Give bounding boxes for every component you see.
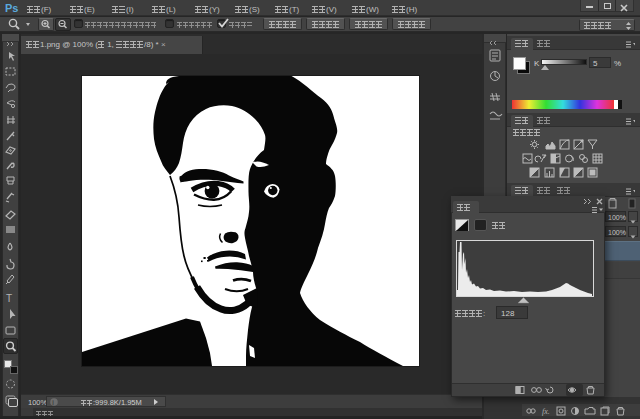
- svg-text:fx.: fx.: [542, 407, 550, 416]
- svg-text:T: T: [6, 293, 12, 304]
